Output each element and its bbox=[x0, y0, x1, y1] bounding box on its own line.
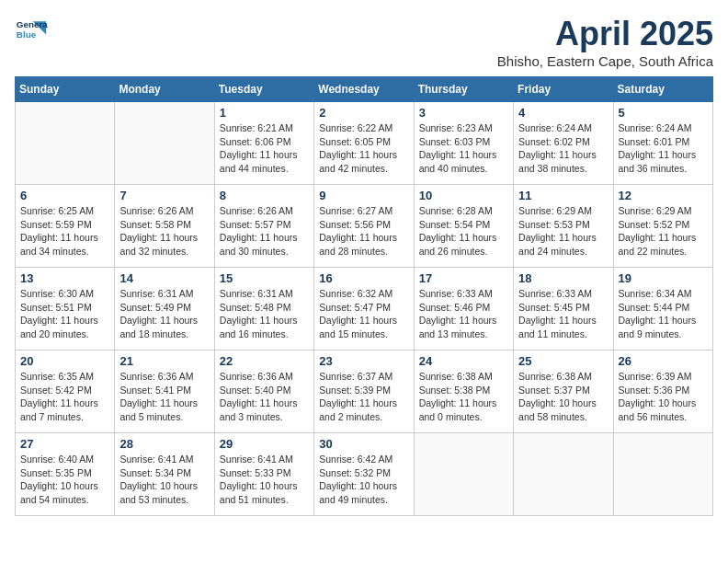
calendar-day-cell: 28Sunrise: 6:41 AM Sunset: 5:34 PM Dayli… bbox=[115, 433, 214, 516]
calendar-day-cell: 12Sunrise: 6:29 AM Sunset: 5:52 PM Dayli… bbox=[613, 185, 712, 268]
day-number: 9 bbox=[319, 189, 408, 202]
calendar-day-cell: 9Sunrise: 6:27 AM Sunset: 5:56 PM Daylig… bbox=[314, 185, 414, 268]
day-info: Sunrise: 6:41 AM Sunset: 5:33 PM Dayligh… bbox=[220, 453, 309, 507]
calendar-day-cell: 3Sunrise: 6:23 AM Sunset: 6:03 PM Daylig… bbox=[414, 102, 513, 185]
calendar-day-cell: 11Sunrise: 6:29 AM Sunset: 5:53 PM Dayli… bbox=[514, 185, 613, 268]
calendar-day-cell: 24Sunrise: 6:38 AM Sunset: 5:38 PM Dayli… bbox=[414, 350, 513, 433]
day-number: 8 bbox=[220, 189, 309, 202]
calendar-day-cell: 15Sunrise: 6:31 AM Sunset: 5:48 PM Dayli… bbox=[214, 268, 313, 350]
day-info: Sunrise: 6:40 AM Sunset: 5:35 PM Dayligh… bbox=[20, 453, 109, 507]
calendar-week-row: 13Sunrise: 6:30 AM Sunset: 5:51 PM Dayli… bbox=[16, 268, 713, 350]
calendar-day-cell bbox=[514, 433, 613, 516]
day-info: Sunrise: 6:26 AM Sunset: 5:58 PM Dayligh… bbox=[119, 204, 209, 259]
calendar-day-cell bbox=[613, 433, 712, 516]
calendar-day-cell: 27Sunrise: 6:40 AM Sunset: 5:35 PM Dayli… bbox=[16, 433, 115, 516]
calendar-day-cell: 7Sunrise: 6:26 AM Sunset: 5:58 PM Daylig… bbox=[115, 185, 214, 268]
calendar-header-cell: Friday bbox=[514, 77, 613, 102]
day-info: Sunrise: 6:29 AM Sunset: 5:52 PM Dayligh… bbox=[619, 204, 708, 259]
day-number: 25 bbox=[518, 354, 608, 368]
calendar-day-cell bbox=[115, 102, 214, 185]
calendar-day-cell: 5Sunrise: 6:24 AM Sunset: 6:01 PM Daylig… bbox=[613, 102, 712, 185]
day-number: 23 bbox=[319, 354, 408, 368]
day-number: 16 bbox=[319, 271, 408, 285]
day-info: Sunrise: 6:35 AM Sunset: 5:42 PM Dayligh… bbox=[20, 370, 109, 424]
day-info: Sunrise: 6:31 AM Sunset: 5:48 PM Dayligh… bbox=[220, 287, 309, 341]
calendar-day-cell: 29Sunrise: 6:41 AM Sunset: 5:33 PM Dayli… bbox=[214, 433, 313, 516]
calendar-header-cell: Saturday bbox=[613, 77, 712, 102]
day-info: Sunrise: 6:24 AM Sunset: 6:02 PM Dayligh… bbox=[518, 121, 608, 176]
calendar-week-row: 27Sunrise: 6:40 AM Sunset: 5:35 PM Dayli… bbox=[16, 433, 713, 516]
calendar-day-cell: 21Sunrise: 6:36 AM Sunset: 5:41 PM Dayli… bbox=[115, 350, 214, 433]
day-info: Sunrise: 6:31 AM Sunset: 5:49 PM Dayligh… bbox=[119, 287, 209, 341]
calendar-day-cell: 19Sunrise: 6:34 AM Sunset: 5:44 PM Dayli… bbox=[613, 268, 712, 350]
calendar-header-cell: Thursday bbox=[414, 77, 513, 102]
day-info: Sunrise: 6:36 AM Sunset: 5:40 PM Dayligh… bbox=[220, 370, 309, 424]
day-info: Sunrise: 6:27 AM Sunset: 5:56 PM Dayligh… bbox=[319, 204, 408, 259]
calendar-header-row: SundayMondayTuesdayWednesdayThursdayFrid… bbox=[16, 77, 713, 102]
day-info: Sunrise: 6:22 AM Sunset: 6:05 PM Dayligh… bbox=[319, 121, 408, 176]
day-info: Sunrise: 6:39 AM Sunset: 5:36 PM Dayligh… bbox=[619, 370, 708, 424]
day-number: 28 bbox=[119, 437, 209, 451]
calendar-body: 1Sunrise: 6:21 AM Sunset: 6:06 PM Daylig… bbox=[16, 102, 713, 516]
calendar-day-cell: 1Sunrise: 6:21 AM Sunset: 6:06 PM Daylig… bbox=[214, 102, 313, 185]
day-info: Sunrise: 6:38 AM Sunset: 5:38 PM Dayligh… bbox=[419, 370, 508, 424]
day-number: 21 bbox=[119, 354, 209, 368]
day-number: 11 bbox=[518, 189, 608, 202]
calendar-day-cell: 6Sunrise: 6:25 AM Sunset: 5:59 PM Daylig… bbox=[16, 185, 115, 268]
day-info: Sunrise: 6:33 AM Sunset: 5:45 PM Dayligh… bbox=[518, 287, 608, 341]
day-number: 14 bbox=[119, 271, 209, 285]
svg-text:Blue: Blue bbox=[17, 29, 37, 40]
page-header: General Blue April 2025 Bhisho, Eastern … bbox=[15, 15, 713, 69]
day-info: Sunrise: 6:25 AM Sunset: 5:59 PM Dayligh… bbox=[20, 204, 109, 259]
day-number: 29 bbox=[220, 437, 309, 451]
day-number: 26 bbox=[619, 354, 708, 368]
calendar-day-cell: 16Sunrise: 6:32 AM Sunset: 5:47 PM Dayli… bbox=[314, 268, 414, 350]
day-number: 1 bbox=[220, 106, 309, 120]
day-info: Sunrise: 6:34 AM Sunset: 5:44 PM Dayligh… bbox=[619, 287, 708, 341]
day-info: Sunrise: 6:23 AM Sunset: 6:03 PM Dayligh… bbox=[419, 121, 508, 176]
day-info: Sunrise: 6:33 AM Sunset: 5:46 PM Dayligh… bbox=[419, 287, 508, 341]
calendar-day-cell: 13Sunrise: 6:30 AM Sunset: 5:51 PM Dayli… bbox=[16, 268, 115, 350]
calendar-header-cell: Tuesday bbox=[214, 77, 313, 102]
calendar-header-cell: Monday bbox=[115, 77, 214, 102]
calendar-day-cell: 26Sunrise: 6:39 AM Sunset: 5:36 PM Dayli… bbox=[613, 350, 712, 433]
day-info: Sunrise: 6:42 AM Sunset: 5:32 PM Dayligh… bbox=[319, 453, 408, 507]
calendar-day-cell: 22Sunrise: 6:36 AM Sunset: 5:40 PM Dayli… bbox=[214, 350, 313, 433]
calendar-day-cell: 10Sunrise: 6:28 AM Sunset: 5:54 PM Dayli… bbox=[414, 185, 513, 268]
calendar-day-cell: 23Sunrise: 6:37 AM Sunset: 5:39 PM Dayli… bbox=[314, 350, 414, 433]
calendar-week-row: 1Sunrise: 6:21 AM Sunset: 6:06 PM Daylig… bbox=[16, 102, 713, 185]
day-info: Sunrise: 6:26 AM Sunset: 5:57 PM Dayligh… bbox=[220, 204, 309, 259]
day-info: Sunrise: 6:38 AM Sunset: 5:37 PM Dayligh… bbox=[518, 370, 608, 424]
calendar-week-row: 6Sunrise: 6:25 AM Sunset: 5:59 PM Daylig… bbox=[16, 185, 713, 268]
day-number: 22 bbox=[220, 354, 309, 368]
calendar-day-cell bbox=[16, 102, 115, 185]
calendar-header-cell: Wednesday bbox=[314, 77, 414, 102]
day-info: Sunrise: 6:37 AM Sunset: 5:39 PM Dayligh… bbox=[319, 370, 408, 424]
month-title: April 2025 bbox=[497, 15, 713, 53]
day-number: 12 bbox=[619, 189, 708, 202]
day-number: 2 bbox=[319, 106, 408, 120]
day-info: Sunrise: 6:30 AM Sunset: 5:51 PM Dayligh… bbox=[20, 287, 109, 341]
logo: General Blue bbox=[15, 15, 51, 48]
day-number: 20 bbox=[20, 354, 109, 368]
day-number: 27 bbox=[20, 437, 109, 451]
calendar-week-row: 20Sunrise: 6:35 AM Sunset: 5:42 PM Dayli… bbox=[16, 350, 713, 433]
calendar-day-cell: 17Sunrise: 6:33 AM Sunset: 5:46 PM Dayli… bbox=[414, 268, 513, 350]
day-number: 5 bbox=[619, 106, 708, 120]
calendar-header-cell: Sunday bbox=[16, 77, 115, 102]
calendar-day-cell: 30Sunrise: 6:42 AM Sunset: 5:32 PM Dayli… bbox=[314, 433, 414, 516]
day-info: Sunrise: 6:29 AM Sunset: 5:53 PM Dayligh… bbox=[518, 204, 608, 259]
day-number: 17 bbox=[419, 271, 508, 285]
day-info: Sunrise: 6:41 AM Sunset: 5:34 PM Dayligh… bbox=[119, 453, 209, 507]
day-number: 3 bbox=[419, 106, 508, 120]
day-number: 13 bbox=[20, 271, 109, 285]
day-number: 30 bbox=[319, 437, 408, 451]
calendar-day-cell: 4Sunrise: 6:24 AM Sunset: 6:02 PM Daylig… bbox=[514, 102, 613, 185]
calendar-day-cell: 20Sunrise: 6:35 AM Sunset: 5:42 PM Dayli… bbox=[16, 350, 115, 433]
day-number: 10 bbox=[419, 189, 508, 202]
calendar-table: SundayMondayTuesdayWednesdayThursdayFrid… bbox=[15, 76, 713, 516]
calendar-day-cell: 14Sunrise: 6:31 AM Sunset: 5:49 PM Dayli… bbox=[115, 268, 214, 350]
title-block: April 2025 Bhisho, Eastern Cape, South A… bbox=[497, 15, 713, 69]
day-info: Sunrise: 6:21 AM Sunset: 6:06 PM Dayligh… bbox=[220, 121, 309, 176]
day-info: Sunrise: 6:24 AM Sunset: 6:01 PM Dayligh… bbox=[619, 121, 708, 176]
